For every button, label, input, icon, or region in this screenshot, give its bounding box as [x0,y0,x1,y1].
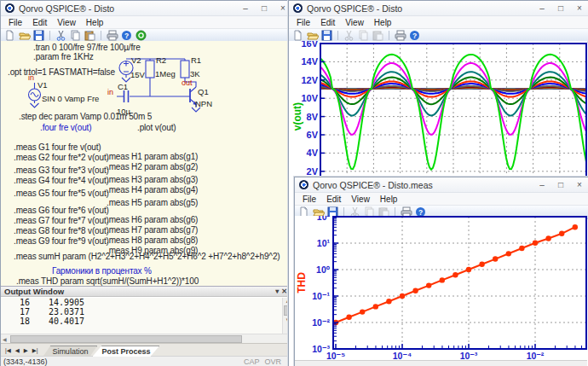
cursor-coordinates: (3343,-4136) [3,357,48,366]
circuit-schematic[interactable]: V2 15V R2 1Meg R1 3K Q1 NPN C1 10µ V1 SI… [1,56,239,121]
menu-bar: FileEditViewHelp [289,16,588,29]
minimize-button[interactable]: – [236,2,255,15]
spice-directive-thd[interactable]: .meas THD param sqrt(sumH/(SumH+H1^2))*1… [16,276,199,286]
thd-data-point [533,241,538,246]
spice-directive-plot[interactable]: .plot v(out) [137,123,176,132]
tab-nav-button[interactable]: ◀ [14,346,21,355]
thd-plot[interactable]: 10²10¹10⁰10⁻¹10⁻²10⁻³10⁻⁵10⁻⁴10⁻³10⁻²THD [295,216,587,361]
thd-data-point [412,288,418,293]
menu-item[interactable]: Edit [315,18,340,27]
thd-data-point [573,224,578,229]
maximize-button[interactable]: □ [255,2,274,15]
r2-resistor-symbol [146,61,154,78]
menu-item[interactable]: File [3,18,27,27]
tab-nav-button[interactable]: ▶| [31,346,40,355]
output-window-header[interactable]: Output Window ▾ ✕ [1,286,291,297]
output-window-title: Output Window [4,287,64,296]
menu-item[interactable]: File [297,195,321,204]
new-file-icon[interactable] [291,30,304,41]
output-log-row: 1840.4017 [1,317,291,326]
svg-text:?: ? [124,32,129,40]
caps-lock-indicator: CAP [244,357,260,366]
close-button[interactable]: × [570,178,588,192]
toolbar-separator [101,31,101,40]
tab-post-process[interactable]: Post Process [92,346,159,357]
meas-directive-row[interactable]: .meas G2 four fre*2 v(out) .meas H2 para… [1,143,291,154]
menu-item[interactable]: Edit [27,18,52,27]
help-icon[interactable]: ? [408,30,421,41]
help-icon[interactable]: ? [120,30,133,41]
qspice-app-icon [299,180,308,189]
menu-item[interactable]: Help [375,195,403,204]
open-folder-icon[interactable] [18,30,31,41]
schematic-canvas[interactable]: .tran 0 100/fre 97/fre 100µ/fre .param f… [1,41,291,286]
tab-nav-button[interactable]: |◀ [3,346,13,355]
toolbar-separator [49,31,50,40]
node-label-out: out [182,78,193,87]
print-icon[interactable] [106,30,118,41]
meas-directive-row[interactable]: .meas G7 four fre*7 v(out) .meas H7 para… [1,206,291,217]
window-schematic: Qorvo QSPICE® - Disto – □ × FileEditView… [0,0,293,366]
print-icon[interactable] [394,30,406,41]
minimize-button[interactable]: – [533,2,551,15]
save-icon[interactable] [320,30,333,41]
run-simulation-icon[interactable] [135,30,147,41]
minimize-button[interactable]: – [533,178,551,192]
spice-directive-tran[interactable]: .tran 0 100/fre 97/fre 100µ/fre [33,43,141,52]
meas-directive-row[interactable]: .meas G9 four fre*9 v(out) .meas H9 para… [1,227,291,237]
menu-item[interactable]: Help [369,18,397,27]
svg-text:?: ? [418,208,423,217]
menu-item[interactable]: Edit [321,195,346,204]
thd-data-point [559,231,564,236]
y-tick-label: 12V [301,75,318,85]
titlebar[interactable]: Qorvo QSPICE® - Disto.meas – □ × [295,177,588,193]
v2-value: 15V [130,70,146,79]
comment-harmonics[interactable]: Гармоники в процентах % [52,266,152,276]
menu-item[interactable]: File [291,18,315,27]
menu-item[interactable]: Help [81,18,109,27]
node-label-in: in [107,88,113,96]
r2-name: R2 [156,56,166,65]
spice-directive-four[interactable]: .four fre v(out) [40,123,91,132]
v1-value: SIN 0 Vamp Fre [42,94,99,103]
qspice-app-icon [5,3,14,13]
y-tick-label: 16V [301,41,318,49]
y-axis-label: v(out) [291,102,303,131]
output-window-menu-icon[interactable]: ▾ [275,288,279,295]
thd-data-point [426,282,431,288]
thd-data-point [373,304,378,309]
cut-icon[interactable] [55,30,67,41]
meas-g-directive[interactable]: .meas G9 four fre*9 v(out) [14,236,109,246]
meas-directive-row[interactable]: .meas G8 four fre*8 v(out) .meas H8 para… [1,217,291,227]
y-tick-label: 10⁻¹ [312,291,330,301]
meas-directive-row[interactable]: .meas G6 four fre*6 v(out) .meas H6 para… [1,196,291,206]
output-window-close-icon[interactable]: ✕ [281,288,287,295]
menu-item[interactable]: View [52,18,81,27]
meas-directive-row[interactable]: .meas G4 four fre*4 v(out) .meas H4 para… [1,166,291,177]
maximize-button[interactable]: □ [551,178,570,192]
thd-data-point [493,256,498,261]
maximize-button[interactable]: □ [551,2,570,15]
tab-nav-button[interactable]: ▶ [22,346,30,355]
save-icon[interactable] [32,30,45,41]
thd-data-point [519,246,524,251]
r1-name: R1 [191,56,201,65]
c1-value: 10µ [117,107,131,116]
menu-item[interactable]: View [346,195,375,204]
titlebar[interactable]: Qorvo QSPICE® - Disto – □ × [289,1,588,16]
open-folder-icon[interactable] [306,30,319,41]
paste-icon[interactable] [84,30,96,41]
copy-icon[interactable] [69,30,82,41]
svg-text:?: ? [412,32,417,40]
thd-data-point [360,309,365,314]
meas-directive-row[interactable]: .meas G1 four fre v(out) .meas H1 param … [1,133,291,143]
node-label-in: in [28,73,34,82]
thd-data-point [346,315,351,320]
new-file-icon[interactable] [3,30,16,41]
titlebar[interactable]: Qorvo QSPICE® - Disto – □ × [1,1,292,16]
meas-directive-row[interactable]: .meas G3 four fre*3 v(out) .meas H3 para… [1,156,291,166]
menu-item[interactable]: View [340,18,369,27]
close-button[interactable]: × [570,2,588,15]
meas-directive-row[interactable]: .meas G5 four fre*5 v(out) .meas H5 para… [1,179,291,189]
spice-directive-sumh[interactable]: .meas sumH param (H2^2+H3^2+H4^2+H5^2+H6… [14,252,280,261]
